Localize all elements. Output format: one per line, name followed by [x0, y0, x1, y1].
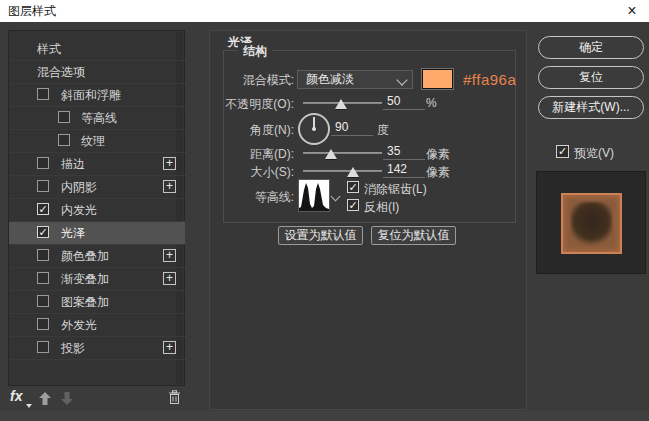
dialog-body: 样式混合选项斜面和浮雕等高线纹理描边+内阴影+✓内发光✓光泽颜色叠加+渐变叠加+…	[0, 22, 649, 411]
sidebar-item-label: 斜面和浮雕	[61, 84, 121, 106]
effect-checkbox[interactable]	[58, 134, 70, 146]
add-effect-icon[interactable]: +	[163, 249, 176, 262]
opacity-label: 不透明度(O):	[210, 96, 294, 113]
effect-checkbox[interactable]: ✓	[37, 226, 49, 238]
sidebar-item-label: 描边	[61, 153, 85, 175]
distance-label: 距离(D):	[210, 146, 294, 163]
preview-panel	[536, 171, 646, 274]
opacity-slider-thumb[interactable]	[335, 99, 347, 109]
opacity-unit: %	[426, 96, 437, 110]
group-title: 结构	[238, 43, 272, 60]
angle-input[interactable]: 90	[331, 120, 373, 136]
add-effect-icon[interactable]: +	[163, 341, 176, 354]
effect-checkbox[interactable]	[37, 295, 49, 307]
effect-checkbox[interactable]	[37, 341, 49, 353]
sidebar-item-color-overlay[interactable]: 颜色叠加+	[9, 245, 185, 268]
close-icon[interactable]: ×	[621, 0, 643, 22]
chevron-down-icon	[396, 74, 407, 85]
effect-checkbox[interactable]	[58, 111, 70, 123]
size-slider-track[interactable]	[303, 170, 382, 172]
blend-color-swatch[interactable]	[422, 69, 453, 89]
effect-checkbox[interactable]	[37, 88, 49, 100]
effect-checkbox[interactable]	[37, 157, 49, 169]
fx-menu-button[interactable]: fx	[10, 388, 22, 404]
sidebar-item-inner-shadow[interactable]: 内阴影+	[9, 176, 185, 199]
sidebar-item-label: 图案叠加	[61, 291, 109, 313]
angle-hub	[312, 127, 316, 131]
new-style-button[interactable]: 新建样式(W)...	[538, 96, 644, 119]
distance-input[interactable]: 35	[383, 144, 425, 160]
angle-unit: 度	[377, 122, 389, 139]
effect-checkbox[interactable]	[37, 249, 49, 261]
sidebar-item-texture[interactable]: 纹理	[9, 130, 185, 153]
sidebar-item-satin[interactable]: ✓光泽	[9, 222, 185, 245]
size-label: 大小(S):	[210, 164, 294, 181]
sidebar-item-label: 光泽	[61, 222, 85, 244]
sidebar-item-drop-shadow[interactable]: 投影+	[9, 337, 185, 360]
sidebar-item-label: 颜色叠加	[61, 245, 109, 267]
arrow-up-icon[interactable]	[38, 391, 52, 410]
invert-label: 反相(I)	[364, 199, 399, 216]
effect-checkbox[interactable]	[37, 318, 49, 330]
make-default-button[interactable]: 设置为默认值	[278, 226, 363, 245]
window-title: 图层样式	[8, 0, 56, 22]
sidebar-item-blending-options[interactable]: 混合选项	[9, 61, 185, 84]
sidebar-list: 样式混合选项斜面和浮雕等高线纹理描边+内阴影+✓内发光✓光泽颜色叠加+渐变叠加+…	[9, 38, 185, 360]
size-input[interactable]: 142	[383, 162, 425, 178]
arrow-down-icon[interactable]	[60, 391, 74, 410]
add-effect-icon[interactable]: +	[163, 157, 176, 170]
blend-mode-value: 颜色减淡	[306, 72, 354, 86]
contour-thumbnail[interactable]	[298, 179, 330, 212]
distance-slider-thumb[interactable]	[325, 149, 337, 159]
sidebar-item-gradient-overlay[interactable]: 渐变叠加+	[9, 268, 185, 291]
preview-checkbox[interactable]: ✓	[556, 145, 569, 158]
blend-mode-label: 混合模式:	[210, 72, 294, 89]
sidebar-item-label: 渐变叠加	[61, 268, 109, 290]
effects-toolbar: fx	[8, 388, 185, 410]
angle-label: 角度(N):	[210, 122, 294, 139]
distance-slider-track[interactable]	[303, 152, 382, 154]
reset-button[interactable]: 复位	[538, 66, 644, 89]
opacity-input[interactable]: 50	[383, 94, 425, 110]
size-slider-thumb[interactable]	[347, 167, 359, 177]
window-titlebar: 图层样式 ×	[0, 0, 649, 23]
preview-label: 预览(V)	[574, 145, 614, 162]
sidebar-item-stroke[interactable]: 描边+	[9, 153, 185, 176]
add-effect-icon[interactable]: +	[163, 272, 176, 285]
sidebar-item-label: 外发光	[61, 314, 97, 336]
sidebar-item-label: 混合选项	[37, 61, 85, 83]
sidebar-item-outer-glow[interactable]: 外发光	[9, 314, 185, 337]
blend-mode-select[interactable]: 颜色减淡	[297, 70, 413, 89]
layer-style-dialog: { "window": { "title": "图层样式", "close_gl…	[0, 0, 649, 421]
effect-checkbox[interactable]	[37, 180, 49, 192]
antialias-label: 消除锯齿(L)	[364, 181, 427, 198]
sidebar-item-label: 等高线	[81, 107, 117, 129]
sidebar-item-contour[interactable]: 等高线	[9, 107, 185, 130]
antialias-checkbox[interactable]: ✓	[347, 181, 359, 193]
invert-checkbox[interactable]: ✓	[347, 199, 359, 211]
preview-thumbnail-core	[571, 202, 612, 245]
fx-menu-caret-icon	[26, 404, 32, 408]
sidebar-item-label: 内发光	[61, 199, 97, 221]
reset-default-button[interactable]: 复位为默认值	[371, 226, 456, 245]
angle-dial[interactable]	[298, 113, 330, 145]
satin-settings-panel: 光泽 结构 混合模式: 颜色减淡 #ffa96a 不透明度(O): 50 % 角…	[209, 30, 527, 410]
sidebar-item-label: 投影	[61, 337, 85, 359]
effect-checkbox[interactable]	[37, 272, 49, 284]
sidebar-item-label: 纹理	[81, 130, 105, 152]
sidebar-item-inner-glow[interactable]: ✓内发光	[9, 199, 185, 222]
trash-icon[interactable]	[168, 390, 181, 409]
sidebar-item-styles[interactable]: 样式	[9, 38, 185, 61]
sidebar-item-bevel-emboss[interactable]: 斜面和浮雕	[9, 84, 185, 107]
contour-shape	[299, 180, 329, 211]
add-effect-icon[interactable]: +	[163, 180, 176, 193]
sidebar-item-pattern-overlay[interactable]: 图案叠加	[9, 291, 185, 314]
preview-thumbnail	[561, 193, 622, 254]
ok-button[interactable]: 确定	[538, 36, 644, 59]
distance-unit: 像素	[426, 146, 450, 163]
effect-checkbox[interactable]: ✓	[37, 203, 49, 215]
contour-label: 等高线:	[210, 189, 294, 206]
sidebar-item-label: 内阴影	[61, 176, 97, 198]
dialog-bottom-edge	[0, 411, 649, 421]
sidebar-item-label: 样式	[37, 38, 61, 60]
